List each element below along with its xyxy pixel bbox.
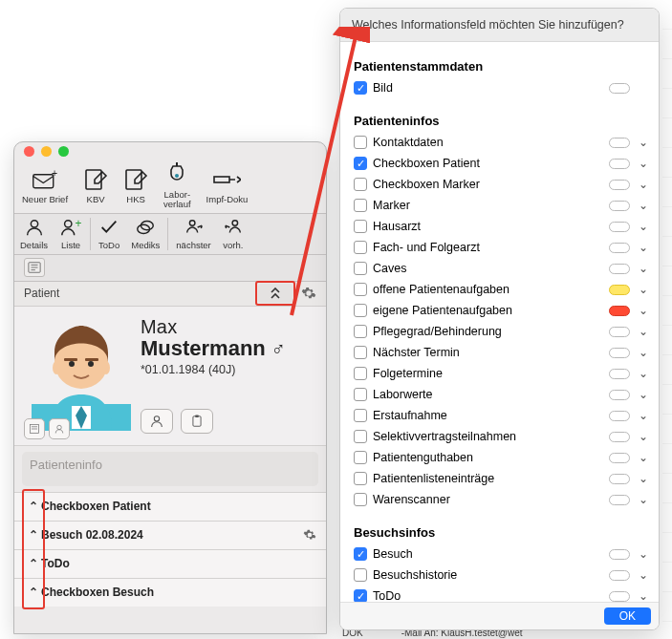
toggle-pill[interactable] [609,474,630,484]
max-dot[interactable] [58,146,69,157]
person-chip[interactable] [141,409,173,434]
toggle-pill[interactable] [609,432,630,442]
option-row[interactable]: Patientenlisteneinträge⌄ [354,468,651,489]
accordion-item[interactable]: ⌃Checkboxen Patient [14,492,326,521]
checkbox[interactable] [354,157,367,170]
chevron-down-icon[interactable]: ⌄ [636,136,651,149]
checkbox[interactable] [354,304,367,317]
collapse-all-button[interactable] [258,284,293,303]
option-row[interactable]: Patientenguthaben⌄ [354,447,651,468]
accordion-item[interactable]: ⌃Besuch 02.08.2024 [14,521,326,549]
checkbox[interactable] [354,589,367,602]
checkbox[interactable] [354,325,367,338]
chevron-down-icon[interactable]: ⌄ [636,325,651,338]
checkbox[interactable] [354,346,367,359]
checkbox[interactable] [354,472,367,485]
option-row[interactable]: Checkboxen Patient⌄ [354,153,651,174]
toggle-pill[interactable] [609,369,630,379]
toolbar-hks[interactable]: HKS [116,160,156,213]
chevron-down-icon[interactable]: ⌄ [636,472,651,485]
chevron-down-icon[interactable]: ⌄ [636,367,651,380]
toggle-pill[interactable] [609,222,630,232]
chevron-down-icon[interactable]: ⌄ [636,493,651,506]
chevron-down-icon[interactable]: ⌄ [636,430,651,443]
min-dot[interactable] [41,146,52,157]
chevron-down-icon[interactable]: ⌄ [636,451,651,464]
option-row[interactable]: Besuch⌄ [354,543,651,564]
toggle-pill[interactable] [609,83,630,94]
checkbox[interactable] [354,451,367,464]
toolbar-mediks[interactable]: Mediks [125,214,165,254]
checkbox[interactable] [354,136,367,149]
chevron-down-icon[interactable]: ⌄ [636,589,651,602]
toggle-pill[interactable] [609,180,630,190]
chevron-down-icon[interactable]: ⌄ [636,346,651,359]
toggle-pill[interactable] [609,285,630,295]
chevron-down-icon[interactable]: ⌄ [636,388,651,401]
toggle-pill[interactable] [609,138,630,148]
toggle-pill[interactable] [609,306,630,316]
option-row[interactable]: Laborwerte⌄ [354,384,651,405]
option-row[interactable]: Kontaktdaten⌄ [354,132,651,153]
option-row[interactable]: Besuchshistorie⌄ [354,564,651,586]
chevron-down-icon[interactable]: ⌄ [636,199,651,212]
accordion-item[interactable]: ⌃Checkboxen Besuch [14,578,326,607]
toolbar-impf-doku[interactable]: Impf-Doku [199,160,256,213]
checkbox[interactable] [354,430,367,443]
toolbar-n-chster[interactable]: nächster [170,214,216,254]
notes-chip[interactable] [24,418,45,439]
checkbox[interactable] [354,241,367,254]
checkbox[interactable] [354,367,367,380]
tab-card-icon[interactable] [24,258,45,277]
accordion-item[interactable]: ⌃ToDo [14,549,326,578]
checkbox[interactable] [354,388,367,401]
toggle-pill[interactable] [609,201,630,211]
toggle-pill[interactable] [609,591,630,602]
chevron-down-icon[interactable]: ⌄ [636,409,651,422]
toolbar-vorh-[interactable]: vorh. [217,214,249,254]
checkbox[interactable] [354,81,367,95]
close-dot[interactable] [24,146,34,157]
ok-button[interactable]: OK [604,607,651,625]
option-row[interactable]: Erstaufnahme⌄ [354,405,651,426]
option-row[interactable]: Warenscanner⌄ [354,489,651,510]
chevron-down-icon[interactable]: ⌄ [636,547,651,561]
toggle-pill[interactable] [609,495,630,505]
option-row[interactable]: Fach- und Folgearzt⌄ [354,237,651,258]
popover-body[interactable]: PatientenstammdatenBildPatienteninfosKon… [340,42,659,602]
chevron-down-icon[interactable]: ⌄ [636,220,651,233]
option-row[interactable]: Checkboxen Marker⌄ [354,174,651,195]
toolbar-labor-verlauf[interactable]: Labor- verlauf [156,160,199,213]
toggle-pill[interactable] [609,327,630,337]
checkbox[interactable] [354,178,367,191]
chevron-down-icon[interactable]: ⌄ [636,283,651,296]
checkbox[interactable] [354,283,367,296]
toggle-pill[interactable] [609,570,630,581]
option-row[interactable]: Pflegegrad/Behinderung⌄ [354,321,651,342]
option-row[interactable]: Nächster Termin⌄ [354,342,651,363]
chevron-down-icon[interactable]: ⌄ [636,568,651,582]
toggle-pill[interactable] [609,243,630,253]
toggle-pill[interactable] [609,348,630,358]
option-row[interactable]: Folgetermine⌄ [354,363,651,384]
option-row[interactable]: Hausarzt⌄ [354,216,651,237]
chevron-down-icon[interactable]: ⌄ [636,262,651,275]
option-row[interactable]: ToDo⌄ [354,586,651,602]
chevron-down-icon[interactable]: ⌄ [636,304,651,317]
chevron-down-icon[interactable]: ⌄ [636,178,651,191]
option-row[interactable]: eigene Patientenaufgaben⌄ [354,300,651,321]
patient-info-input[interactable]: Patienteninfo [22,452,318,486]
checkbox[interactable] [354,493,367,506]
gear-icon[interactable] [301,286,316,301]
checkbox[interactable] [354,220,367,233]
option-row[interactable]: Marker⌄ [354,195,651,216]
toggle-pill[interactable] [609,159,630,169]
checkbox[interactable] [354,547,367,561]
toolbar-todo[interactable]: ToDo [93,214,125,254]
option-row[interactable]: Caves⌄ [354,258,651,279]
toggle-pill[interactable] [609,453,630,463]
checkbox[interactable] [354,199,367,212]
toolbar-liste[interactable]: +Liste [54,214,88,254]
checkbox[interactable] [354,568,367,582]
toolbar-neuer-brief[interactable]: +Neuer Brief [14,160,76,213]
